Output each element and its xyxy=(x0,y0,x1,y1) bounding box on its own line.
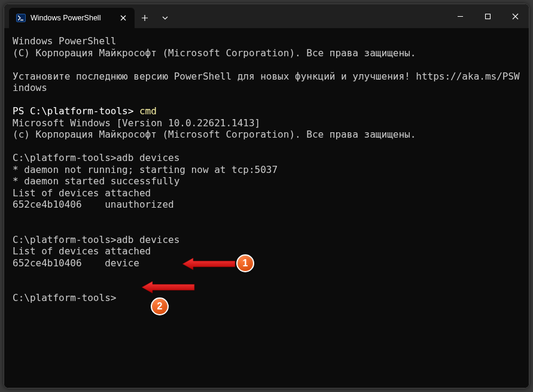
new-tab-button[interactable] xyxy=(135,8,155,28)
terminal-line: (c) Корпорация Майкрософт (Microsoft Cor… xyxy=(13,129,523,141)
terminal-line: C:\platform-tools>adb devices xyxy=(13,152,523,164)
close-icon xyxy=(512,13,519,20)
terminal-line: 652ce4b10406 unauthorized xyxy=(13,199,523,211)
terminal-line xyxy=(13,141,523,153)
terminal-line: C:\platform-tools> xyxy=(13,292,523,304)
terminal-line xyxy=(13,94,523,106)
terminal-line: C:\platform-tools>adb devices xyxy=(13,234,523,246)
terminal-line: (C) Корпорация Майкрософт (Microsoft Cor… xyxy=(13,47,523,59)
terminal-line xyxy=(13,269,523,281)
plus-icon xyxy=(141,14,148,22)
tab-close-button[interactable] xyxy=(118,13,129,23)
terminal-line xyxy=(13,59,523,71)
terminal-line: 652ce4b10406 device xyxy=(13,257,523,269)
terminal-line: Microsoft Windows [Version 10.0.22621.14… xyxy=(13,117,523,129)
terminal-line: Установите последнюю версию PowerShell д… xyxy=(13,71,523,94)
window-close-button[interactable] xyxy=(501,4,529,28)
terminal-line: * daemon started successfully xyxy=(13,175,523,187)
tab-powershell[interactable]: Windows PowerShell xyxy=(9,8,135,28)
svg-rect-0 xyxy=(17,14,26,22)
terminal-line xyxy=(13,281,523,293)
terminal-line: Windows PowerShell xyxy=(13,35,523,47)
minimize-icon xyxy=(457,13,464,20)
close-icon xyxy=(120,15,126,21)
terminal-body[interactable]: Windows PowerShell(C) Корпорация Майкрос… xyxy=(4,28,529,388)
svg-rect-7 xyxy=(485,14,490,19)
terminal-line: List of devices attached xyxy=(13,245,523,257)
terminal-line: PS C:\platform-tools> cmd xyxy=(13,105,523,117)
maximize-button[interactable] xyxy=(474,4,501,28)
terminal-window: Windows PowerShell xyxy=(4,4,529,388)
titlebar[interactable]: Windows PowerShell xyxy=(4,4,529,28)
tab-dropdown-button[interactable] xyxy=(155,8,175,28)
terminal-line xyxy=(13,222,523,234)
window-controls xyxy=(446,4,529,28)
powershell-icon xyxy=(16,13,26,23)
terminal-line: List of devices attached xyxy=(13,187,523,199)
tab-title: Windows PowerShell xyxy=(31,14,113,22)
terminal-line: * daemon not running; starting now at tc… xyxy=(13,164,523,176)
minimize-button[interactable] xyxy=(446,4,474,28)
terminal-line xyxy=(13,211,523,223)
maximize-icon xyxy=(485,13,491,20)
chevron-down-icon xyxy=(162,16,168,20)
titlebar-drag-region[interactable] xyxy=(175,4,446,28)
